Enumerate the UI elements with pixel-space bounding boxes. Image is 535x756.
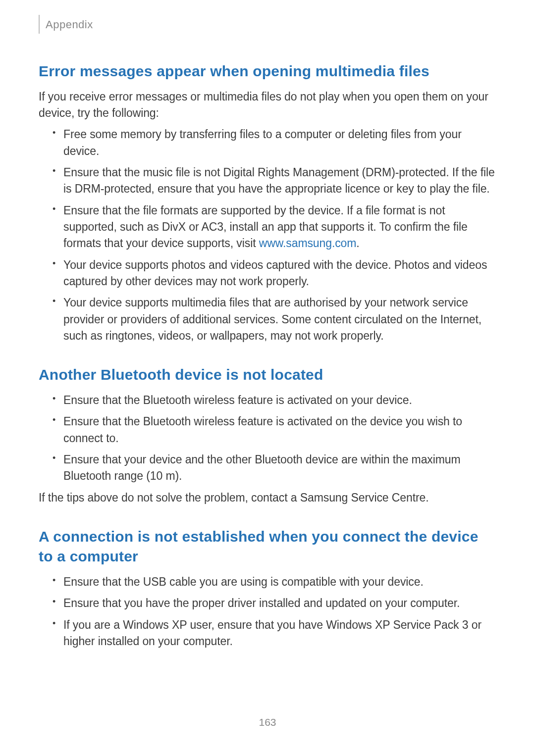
list-item: Ensure that you have the proper driver i… — [53, 595, 496, 611]
header-rule-icon — [39, 15, 40, 34]
intro-multimedia-errors: If you receive error messages or multime… — [39, 89, 496, 122]
list-bluetooth: Ensure that the Bluetooth wireless featu… — [39, 392, 496, 485]
list-item: Ensure that the Bluetooth wireless featu… — [53, 392, 496, 408]
page-number: 163 — [0, 716, 535, 728]
list-item: Ensure that the Bluetooth wireless featu… — [53, 413, 496, 447]
list-item: If you are a Windows XP user, ensure tha… — [53, 617, 496, 650]
outro-bluetooth: If the tips above do not solve the probl… — [39, 490, 496, 506]
heading-bluetooth-not-located: Another Bluetooth device is not located — [39, 365, 496, 385]
list-item: Your device supports multimedia files th… — [53, 295, 496, 344]
header-section-label: Appendix — [46, 17, 93, 31]
list-item: Free some memory by transferring files t… — [53, 126, 496, 159]
list-item: Ensure that the USB cable you are using … — [53, 574, 496, 590]
list-item: Ensure that the music file is not Digita… — [53, 164, 496, 198]
samsung-link[interactable]: www.samsung.com — [259, 237, 357, 250]
list-item: Ensure that the file formats are support… — [53, 202, 496, 252]
list-computer-connection: Ensure that the USB cable you are using … — [39, 574, 496, 650]
list-multimedia-errors: Free some memory by transferring files t… — [39, 126, 496, 344]
page-content: Appendix Error messages appear when open… — [0, 0, 535, 650]
list-item-text: . — [356, 237, 359, 250]
heading-multimedia-errors: Error messages appear when opening multi… — [39, 61, 496, 82]
list-item: Your device supports photos and videos c… — [53, 257, 496, 290]
running-header: Appendix — [39, 15, 496, 34]
heading-computer-connection: A connection is not established when you… — [39, 527, 496, 567]
list-item: Ensure that your device and the other Bl… — [53, 452, 496, 485]
